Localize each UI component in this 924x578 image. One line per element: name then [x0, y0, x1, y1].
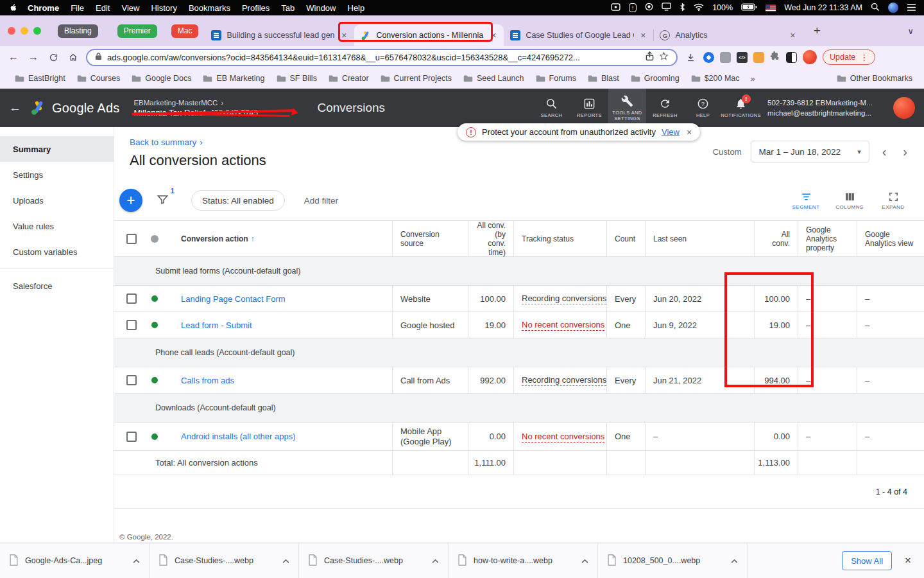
puzzle-extensions-icon[interactable] [770, 51, 780, 64]
profile-badge[interactable]: Blasting [58, 24, 98, 38]
menu-bookmarks[interactable]: Bookmarks [183, 3, 236, 13]
download-item[interactable]: Case-Studies-....webp [150, 543, 299, 578]
date-prev-button[interactable]: ‹ [878, 144, 891, 159]
tab-close-icon[interactable]: × [639, 30, 647, 40]
download-menu-caret-icon[interactable] [282, 556, 289, 565]
download-menu-caret-icon[interactable] [133, 556, 140, 565]
bookmark-folder-courses[interactable]: Courses [71, 72, 126, 85]
google-ads-logo[interactable]: Google Ads [31, 100, 119, 116]
tab-close-icon[interactable]: × [490, 30, 497, 40]
control-center-avatar[interactable] [888, 3, 898, 13]
bookmark-folder-eb-marketing[interactable]: EB Marketing [197, 72, 270, 85]
conversion-action-link[interactable]: Calls from ads [181, 376, 234, 385]
account-breadcrumb[interactable]: EBMarketing-MasterMCC › Millennia Tax Re… [133, 98, 295, 118]
bookmark-folder-200-mac[interactable]: $200 Mac [685, 72, 746, 85]
nav-reports[interactable]: REPORTS [570, 89, 608, 127]
tab-close-icon[interactable]: × [789, 30, 796, 40]
menu-edit[interactable]: Edit [90, 3, 116, 13]
show-all-downloads-button[interactable]: Show All [842, 551, 892, 570]
url-text[interactable]: ads.google.com/aw/conversions?ocid=84356… [107, 53, 640, 62]
col-ga-view[interactable]: Google Analytics view [857, 221, 924, 257]
menu-window[interactable]: Window [300, 3, 341, 13]
close-window-button[interactable] [8, 27, 15, 35]
spotlight-search-icon[interactable] [871, 3, 880, 13]
col-all-conv[interactable]: All conv. [754, 221, 798, 257]
tab-search-chevron-icon[interactable]: ∨ [907, 26, 914, 36]
tab-group-mac[interactable]: Mac [171, 24, 199, 38]
col-conversion-source[interactable]: Conversion source [392, 221, 468, 257]
columns-button[interactable]: COLUMNS [830, 191, 869, 210]
col-conversion-action[interactable]: Conversion action↑ [169, 221, 392, 257]
menu-tab[interactable]: Tab [275, 3, 300, 13]
browser-menu-dots-icon[interactable]: ⋮ [860, 53, 868, 62]
tab-analytics[interactable]: G Analytics × [653, 24, 803, 46]
record-icon[interactable] [645, 3, 653, 13]
nav-help[interactable]: ? HELP [684, 89, 722, 127]
bookmark-folder-google-docs[interactable]: Google Docs [126, 72, 197, 85]
mcc-account-name[interactable]: EBMarketing-MasterMCC [133, 98, 218, 108]
nav-tools-and-settings[interactable]: TOOLS AND SETTINGS [608, 89, 646, 127]
ads-back-button[interactable]: ← [9, 101, 31, 115]
date-next-button[interactable]: › [899, 144, 911, 159]
tracking-status-text[interactable]: Recording conversions [522, 293, 606, 304]
menu-profiles[interactable]: Profiles [236, 3, 275, 13]
zoom-window-button[interactable] [33, 27, 41, 35]
bookmark-folder-forums[interactable]: Forums [530, 72, 582, 85]
wifi-icon[interactable] [694, 3, 704, 13]
forward-button[interactable]: → [26, 51, 40, 63]
back-button[interactable]: ← [6, 51, 21, 63]
downloads-bar-close-icon[interactable]: × [905, 554, 911, 567]
col-ga-property[interactable]: Google Analytics property [798, 221, 857, 257]
screen-record-icon[interactable] [611, 3, 620, 13]
reload-button[interactable] [46, 53, 60, 62]
col-all-conv-time[interactable]: All conv. (by conv. time) [468, 221, 513, 257]
home-button[interactable] [66, 53, 80, 62]
tab-group-premier[interactable]: Premier [117, 24, 157, 38]
keyboard-layout-flag-icon[interactable] [766, 4, 776, 12]
side-panel-icon[interactable] [786, 52, 797, 63]
tracking-status-text[interactable]: No recent conversions [522, 319, 604, 331]
bluetooth-icon[interactable] [680, 3, 685, 13]
extension-orange-icon[interactable] [753, 52, 764, 63]
menubar-clock[interactable]: Wed Jun 22 11:33 AM [784, 3, 862, 12]
date-range-picker[interactable]: Mar 1 – Jun 18, 2022 ▾ [751, 141, 869, 162]
download-menu-caret-icon[interactable] [432, 556, 439, 565]
add-conversion-button[interactable]: + [119, 189, 142, 212]
extension-gray-icon[interactable] [720, 52, 731, 63]
sidebar-item-summary[interactable]: Summary [0, 136, 114, 162]
sidebar-item-value-rules[interactable]: Value rules [0, 213, 114, 239]
minimize-window-button[interactable] [21, 27, 28, 35]
expand-button[interactable]: EXPAND [874, 191, 912, 210]
col-tracking-status[interactable]: Tracking status [513, 221, 606, 257]
download-item[interactable]: how-to-write-a....webp [449, 543, 598, 578]
sidebar-item-custom-variables[interactable]: Custom variables [0, 239, 114, 265]
menu-history[interactable]: History [145, 3, 182, 13]
update-button[interactable]: Update ⋮ [823, 49, 875, 65]
new-tab-button[interactable]: + [808, 22, 826, 40]
bookmark-folder-grooming[interactable]: Grooming [625, 72, 685, 85]
bookmark-folder-sf-bills[interactable]: SF Bills [271, 72, 323, 85]
tab-case-studies[interactable]: Case Studies of Google Lead G × [504, 24, 653, 46]
other-bookmarks[interactable]: Other Bookmarks [831, 72, 915, 85]
banner-close-icon[interactable]: × [687, 127, 692, 137]
bookmarks-overflow-icon[interactable]: » [746, 74, 760, 83]
bookmark-folder-blast[interactable]: Blast [582, 72, 625, 85]
row-checkbox[interactable] [126, 320, 137, 330]
sidebar-item-uploads[interactable]: Uploads [0, 188, 114, 213]
sidebar-item-salesforce[interactable]: Salesforce [0, 273, 114, 299]
menu-help[interactable]: Help [342, 3, 371, 13]
tab-close-icon[interactable]: × [340, 30, 348, 40]
add-filter-button[interactable]: Add filter [304, 196, 338, 206]
download-menu-caret-icon[interactable] [581, 556, 588, 565]
ads-profile-avatar[interactable] [893, 97, 915, 119]
bookmark-folder-creator[interactable]: Creator [323, 72, 375, 85]
tab-conversion-actions[interactable]: Conversion actions - Millennia × [354, 24, 504, 46]
select-all-checkbox[interactable] [126, 234, 137, 244]
tracking-status-text[interactable]: Recording conversions [522, 374, 606, 386]
download-menu-caret-icon[interactable] [731, 556, 738, 565]
col-count[interactable]: Count [606, 221, 645, 257]
menu-file[interactable]: File [65, 3, 90, 13]
nav-search[interactable]: SEARCH [533, 89, 570, 127]
devtools-extension-icon[interactable]: </> [737, 52, 748, 63]
bookmark-folder-current-projects[interactable]: Current Projects [375, 72, 458, 85]
